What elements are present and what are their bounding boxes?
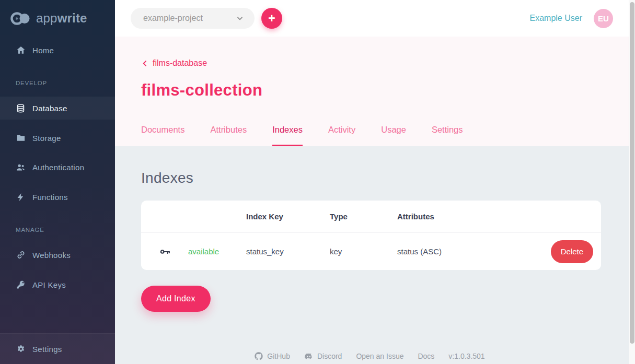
add-index-button[interactable]: Add Index: [141, 286, 211, 312]
sidebar-item-api-keys[interactable]: API Keys: [0, 273, 115, 296]
page-title: films-collection: [141, 81, 635, 100]
section-heading: Indexes: [141, 170, 635, 186]
breadcrumb-label: films-database: [153, 58, 207, 68]
appwrite-logo[interactable]: appwrite: [10, 11, 87, 26]
tab-bar: Documents Attributes Indexes Activity Us…: [141, 125, 635, 146]
avatar-initials: EU: [598, 14, 609, 23]
plus-icon: +: [268, 11, 275, 26]
sidebar-item-storage[interactable]: Storage: [0, 126, 115, 149]
user-area: Example User EU: [530, 9, 613, 28]
sidebar-item-label: Functions: [32, 193, 68, 202]
create-project-button[interactable]: +: [261, 8, 282, 29]
user-name-link[interactable]: Example User: [530, 14, 582, 23]
tab-indexes[interactable]: Indexes: [272, 125, 303, 146]
delete-button[interactable]: Delete: [551, 240, 593, 263]
github-link[interactable]: GitHub: [255, 352, 290, 360]
sidebar-item-label: Settings: [32, 345, 62, 354]
home-icon: [16, 45, 26, 55]
docs-link[interactable]: Docs: [418, 352, 434, 360]
sidebar-bottom-section: Settings: [0, 333, 115, 364]
sidebar-item-label: Storage: [32, 134, 61, 143]
brand-name: appwrite: [36, 11, 87, 26]
indexes-table: Index Key Type Attributes available: [141, 201, 601, 270]
sidebar-section-develop: DEVELOP: [16, 80, 47, 86]
index-type-value: key: [330, 247, 397, 256]
sidebar-item-label: Database: [32, 104, 67, 113]
index-attributes-value: status (ASC): [397, 247, 551, 256]
sidebar-item-home[interactable]: Home: [0, 39, 115, 62]
table-header-row: Index Key Type Attributes: [141, 201, 601, 233]
key-icon: [16, 280, 26, 290]
lightning-icon: [16, 192, 26, 202]
discord-link[interactable]: Discord: [304, 352, 342, 361]
sidebar-item-functions[interactable]: Functions: [0, 185, 115, 208]
appwrite-logo-icon: [10, 11, 31, 26]
column-header-index-key: Index Key: [246, 212, 330, 221]
tab-attributes[interactable]: Attributes: [210, 125, 247, 146]
table-row: available status_key key status (ASC) De…: [141, 233, 601, 270]
version-label: v:1.0.3.501: [448, 352, 484, 360]
breadcrumb[interactable]: films-database: [141, 58, 207, 68]
sidebar-item-authentication[interactable]: Authentication: [0, 156, 115, 179]
gear-icon: [16, 344, 26, 354]
tab-usage[interactable]: Usage: [381, 125, 406, 146]
index-key-icon: [159, 246, 188, 257]
folder-icon: [16, 133, 26, 143]
chevron-left-icon: [141, 60, 149, 67]
discord-label: Discord: [317, 352, 342, 360]
tab-documents[interactable]: Documents: [141, 125, 184, 146]
index-status: available: [188, 247, 246, 256]
docs-label: Docs: [418, 352, 434, 360]
discord-icon: [304, 352, 313, 361]
page-scrollbar[interactable]: [629, 0, 635, 364]
avatar[interactable]: EU: [594, 9, 613, 28]
content-area: Indexes Index Key Type Attributes: [115, 146, 635, 364]
topbar: example-project + Example User EU: [115, 0, 635, 37]
collection-header: films-database films-collection Document…: [115, 37, 635, 146]
database-icon: [16, 103, 26, 113]
open-issue-label: Open an Issue: [356, 352, 403, 360]
sidebar-item-label: Authentication: [32, 163, 84, 172]
column-header-attributes: Attributes: [397, 212, 601, 221]
project-selector-value: example-project: [143, 14, 203, 23]
open-issue-link[interactable]: Open an Issue: [356, 352, 403, 360]
users-icon: [16, 162, 26, 172]
link-icon: [16, 250, 26, 260]
sidebar-item-settings[interactable]: Settings: [0, 337, 115, 360]
github-label: GitHub: [267, 352, 290, 360]
footer: GitHub Discord Open an Issue Docs v:1.0.…: [115, 349, 625, 363]
sidebar-item-webhooks[interactable]: Webhooks: [0, 243, 115, 266]
tab-settings[interactable]: Settings: [432, 125, 463, 146]
project-selector[interactable]: example-project: [131, 8, 255, 29]
github-icon: [255, 352, 263, 360]
sidebar-item-label: Home: [32, 46, 54, 55]
column-header-type: Type: [330, 212, 397, 221]
sidebar-item-label: Webhooks: [32, 251, 71, 260]
sidebar-item-database[interactable]: Database: [0, 97, 115, 120]
chevron-down-icon: [236, 14, 244, 22]
tab-activity[interactable]: Activity: [328, 125, 355, 146]
sidebar: appwrite Home DEVELOP Database: [0, 0, 115, 364]
index-key-value: status_key: [246, 247, 330, 256]
main-area: example-project + Example User EU films-…: [115, 0, 635, 364]
sidebar-item-label: API Keys: [32, 280, 66, 289]
scrollbar-thumb[interactable]: [630, 2, 634, 344]
sidebar-section-manage: MANAGE: [16, 227, 44, 233]
appwrite-console: appwrite Home DEVELOP Database: [0, 0, 635, 364]
